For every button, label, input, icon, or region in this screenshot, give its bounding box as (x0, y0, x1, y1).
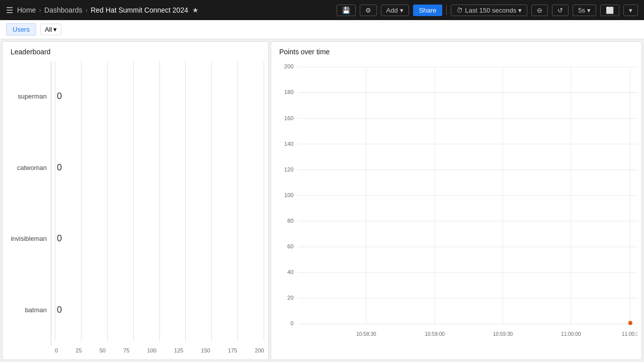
breadcrumb-current: Red Hat Summit Connect 2024 (91, 6, 188, 14)
breadcrumb: Home › Dashboards › Red Hat Summit Conne… (17, 6, 188, 14)
y-label-120: 120 (284, 166, 294, 172)
bar-container-invisibleman: 0 (51, 203, 264, 275)
bar-line-superman (51, 61, 51, 132)
x-label-1: 10:58:30 (356, 331, 376, 337)
leaderboard-title: Leaderboard (11, 48, 264, 56)
share-button[interactable]: Share (413, 5, 443, 16)
x-label-50: 50 (100, 347, 106, 353)
chart-legend: batman catwoman invisibleman superman (279, 359, 637, 362)
bar-container-batman: 0 (51, 275, 264, 346)
add-button[interactable]: Add ▾ (381, 5, 409, 16)
bar-row-batman: batman 0 (11, 275, 264, 346)
y-label-20: 20 (287, 295, 293, 301)
leaderboard-chart: superman 0 catwoman 0 (11, 61, 264, 353)
bar-container-catwoman: 0 (51, 132, 264, 204)
bar-value-invisibleman: 0 (57, 233, 62, 244)
line-chart-svg: 200 180 160 140 120 100 80 60 40 20 0 (279, 61, 637, 359)
bar-label-catwoman: catwoman (11, 164, 51, 171)
bar-value-catwoman: 0 (57, 162, 62, 173)
main-content: Leaderboard (0, 39, 644, 362)
y-label-140: 140 (284, 141, 294, 147)
settings-icon: ⚙ (365, 7, 371, 14)
zoom-out-button[interactable]: ⊖ (531, 5, 548, 16)
points-panel: Points over time 200 180 160 140 120 100… (271, 41, 642, 360)
x-label-2: 10:59:00 (425, 331, 445, 337)
bar-line-batman (51, 275, 51, 346)
time-chevron-icon: ▾ (518, 7, 522, 14)
more-chevron-icon: ▾ (629, 7, 632, 14)
x-label-200: 200 (255, 347, 264, 353)
x-label-0: 0 (55, 347, 58, 353)
monitor-button[interactable]: ⬜ (600, 5, 619, 16)
leaderboard-panel: Leaderboard (2, 41, 269, 360)
points-panel-title: Points over time (279, 48, 637, 56)
x-label-25: 25 (75, 347, 82, 353)
favorite-icon[interactable]: ★ (192, 6, 199, 14)
bar-label-superman: superman (11, 93, 51, 100)
x-label-75: 75 (123, 347, 129, 353)
y-label-0: 0 (290, 320, 293, 326)
zoom-out-icon: ⊖ (537, 7, 542, 14)
y-label-200: 200 (284, 63, 294, 69)
bar-label-batman: batman (11, 306, 51, 314)
menu-icon[interactable]: ☰ (6, 6, 13, 15)
y-label-180: 180 (284, 89, 294, 95)
bar-row-catwoman: catwoman 0 (11, 132, 264, 204)
settings-button[interactable]: ⚙ (360, 5, 377, 16)
x-label-100: 100 (147, 347, 156, 353)
add-chevron-icon: ▾ (400, 7, 404, 14)
interval-button[interactable]: 5s ▾ (573, 5, 596, 16)
refresh-icon: ↺ (557, 7, 563, 14)
y-label-60: 60 (287, 243, 293, 249)
filter-all-dropdown[interactable]: All ▾ (40, 24, 61, 35)
superman-dot (628, 321, 632, 325)
interval-label: 5s (578, 7, 585, 14)
y-label-160: 160 (284, 115, 294, 121)
x-label-5: 11:00:3 (622, 331, 637, 337)
x-label-3: 10:59:30 (493, 331, 513, 337)
bar-label-invisibleman: invisibleman (11, 235, 51, 242)
breadcrumb-sep-2: › (86, 6, 88, 14)
bar-container-superman: 0 (51, 61, 264, 132)
x-label-4: 11:00:00 (561, 331, 581, 337)
time-icon: ⏱ (456, 7, 463, 14)
breadcrumb-sep-1: › (39, 6, 41, 14)
breadcrumb-home[interactable]: Home (17, 6, 36, 14)
line-chart-area: 200 180 160 140 120 100 80 60 40 20 0 (279, 61, 637, 359)
bar-row-superman: superman 0 (11, 61, 264, 132)
bar-line-catwoman (51, 132, 51, 204)
bar-value-superman: 0 (57, 91, 62, 102)
refresh-button[interactable]: ↺ (552, 5, 569, 16)
add-label: Add (386, 7, 398, 14)
x-label-150: 150 (201, 347, 210, 353)
x-label-125: 125 (174, 347, 183, 353)
x-label-175: 175 (228, 347, 237, 353)
topbar-actions: 💾 ⚙ Add ▾ Share ⏱ Last 150 seconds ▾ ⊖ ↺… (337, 5, 638, 16)
breadcrumb-dashboards[interactable]: Dashboards (44, 6, 83, 14)
filter-chevron-icon: ▾ (53, 26, 57, 33)
y-label-80: 80 (287, 218, 293, 224)
time-range-label: Last 150 seconds (465, 7, 516, 14)
interval-chevron-icon: ▾ (587, 7, 591, 14)
bar-row-invisibleman: invisibleman 0 (11, 203, 264, 275)
save-button[interactable]: 💾 (337, 5, 356, 16)
time-range-button[interactable]: ⏱ Last 150 seconds ▾ (451, 5, 527, 16)
bar-value-batman: 0 (57, 305, 62, 315)
monitor-icon: ⬜ (606, 7, 614, 14)
separator (446, 5, 447, 15)
topbar: ☰ Home › Dashboards › Red Hat Summit Con… (0, 0, 644, 20)
tab-users[interactable]: Users (6, 23, 36, 36)
bar-line-invisibleman (51, 203, 51, 275)
more-button[interactable]: ▾ (623, 5, 638, 16)
subbar: Users All ▾ (0, 20, 644, 39)
y-label-100: 100 (284, 192, 294, 198)
filter-all-label: All (45, 26, 52, 33)
save-icon: 💾 (342, 7, 350, 14)
y-label-40: 40 (287, 269, 293, 275)
